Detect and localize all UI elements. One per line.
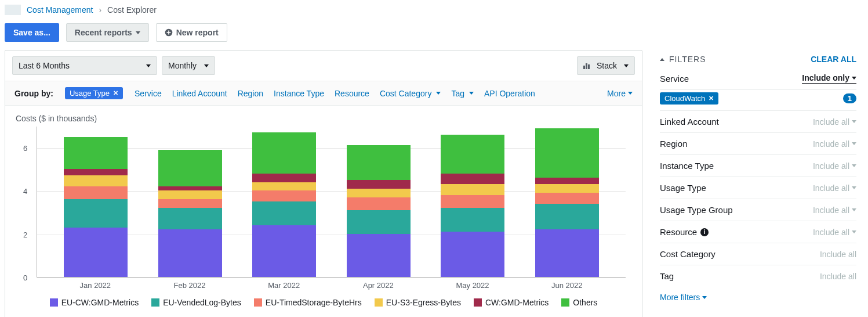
group-by-active-tag[interactable]: Usage Type ✕ (65, 87, 123, 99)
chart-type-select[interactable]: Stack (577, 56, 635, 75)
filter-value[interactable]: Include only (802, 73, 856, 84)
bar-chart-icon (583, 62, 590, 69)
legend-label: EU-TimedStorage-ByteHrs (266, 298, 362, 307)
x-axis-tick: Jun 2022 (520, 281, 614, 290)
bar-segment (64, 169, 128, 175)
stacked-bar[interactable] (64, 137, 128, 277)
y-axis-tick: 4 (23, 187, 27, 196)
legend-item[interactable]: EU-CW:GMD-Metrics (50, 298, 139, 307)
y-axis-tick: 0 (23, 273, 27, 282)
filter-value[interactable]: Include all (813, 206, 856, 215)
filters-panel: FILTERS CLEAR ALL ServiceInclude onlyClo… (642, 50, 863, 317)
stacked-bar[interactable] (347, 145, 411, 277)
filter-row: RegionInclude all (660, 133, 856, 155)
close-icon[interactable]: ✕ (113, 89, 118, 97)
info-icon[interactable]: i (700, 228, 709, 236)
stacked-bar[interactable] (252, 132, 316, 277)
filter-value[interactable]: Include all (820, 250, 856, 259)
group-by-option[interactable]: Tag (451, 89, 474, 98)
bar-segment (347, 180, 411, 189)
group-by-label: Group by: (14, 89, 53, 98)
chevron-down-icon (702, 296, 707, 299)
filter-name: Region (660, 139, 688, 149)
legend-swatch (50, 298, 58, 307)
filter-value[interactable]: Include all (820, 272, 856, 281)
legend-swatch (375, 298, 383, 307)
close-icon[interactable]: ✕ (709, 95, 714, 102)
bar-segment (64, 137, 128, 170)
legend-swatch (561, 298, 569, 307)
group-by-option[interactable]: Resource (335, 89, 369, 98)
new-report-button[interactable]: New report (156, 23, 227, 42)
legend-item[interactable]: CW:GMD-Metrics (474, 298, 549, 307)
chart-type-value: Stack (597, 61, 617, 70)
bar-segment (441, 232, 504, 277)
granularity-select[interactable]: Monthly (162, 56, 215, 75)
legend-label: CW:GMD-Metrics (485, 298, 549, 307)
recent-reports-label: Recent reports (75, 28, 132, 37)
group-by-option[interactable]: Service (135, 89, 162, 98)
chevron-down-icon (852, 208, 856, 211)
filter-count-badge: 1 (843, 93, 856, 103)
filter-name: Resourcei (660, 227, 709, 237)
bar-segment (347, 197, 411, 210)
bar-segment (347, 210, 411, 234)
chevron-down-icon (852, 164, 856, 167)
filter-name: Service (660, 74, 689, 84)
bar-segment (158, 150, 222, 186)
filter-value[interactable]: Include all (813, 117, 856, 127)
bar-segment (441, 135, 504, 174)
group-by-more[interactable]: More (607, 89, 633, 98)
bar-segment (535, 184, 599, 193)
date-range-select[interactable]: Last 6 Months (12, 56, 157, 75)
group-by-option[interactable]: Cost Category (380, 89, 441, 98)
stacked-bar[interactable] (441, 135, 504, 277)
group-by-option[interactable]: Instance Type (274, 89, 324, 98)
new-report-label: New report (176, 28, 219, 37)
bar-segment (535, 178, 599, 184)
bar-segment (64, 175, 128, 186)
group-by-option[interactable]: API Operation (484, 89, 535, 98)
legend-item[interactable]: EU-S3-Egress-Bytes (375, 298, 461, 307)
bar-segment (441, 174, 504, 185)
filters-header: FILTERS CLEAR ALL (660, 55, 856, 67)
filter-value[interactable]: Include all (813, 161, 856, 171)
recent-reports-button[interactable]: Recent reports (66, 23, 149, 42)
group-by-option[interactable]: Region (238, 89, 263, 98)
clear-all-button[interactable]: CLEAR ALL (811, 55, 856, 64)
bar-segment (252, 201, 316, 225)
breadcrumb: Cost Management › Cost Explorer (0, 0, 868, 20)
stacked-bar[interactable] (158, 150, 222, 277)
group-by-more-label: More (607, 89, 626, 98)
filter-value[interactable]: Include all (813, 228, 856, 237)
breadcrumb-parent[interactable]: Cost Management (27, 5, 93, 15)
filters-title[interactable]: FILTERS (660, 55, 706, 64)
filter-row: Usage Type GroupInclude all (660, 199, 856, 221)
granularity-value: Monthly (168, 61, 197, 70)
filter-name: Usage Type (660, 183, 706, 193)
x-axis-tick: Mar 2022 (237, 281, 331, 290)
legend-item[interactable]: EU-TimedStorage-ByteHrs (254, 298, 362, 307)
filter-name: Instance Type (660, 161, 714, 171)
bar-segment (158, 229, 222, 277)
legend-item[interactable]: Others (561, 298, 597, 307)
more-filters-button[interactable]: More filters (660, 287, 707, 302)
bar-segment (347, 145, 411, 179)
date-range-value: Last 6 Months (19, 61, 70, 70)
filter-tag[interactable]: CloudWatch✕ (660, 92, 718, 105)
bar-segment (252, 182, 316, 191)
filter-name: Usage Type Group (660, 205, 733, 215)
stacked-bar[interactable] (535, 128, 599, 277)
legend-item[interactable]: EU-VendedLog-Bytes (151, 298, 241, 307)
group-by-option[interactable]: Linked Account (172, 89, 227, 98)
save-as-button[interactable]: Save as... (5, 23, 59, 42)
chevron-down-icon (852, 230, 856, 233)
chart-legend: EU-CW:GMD-MetricsEU-VendedLog-BytesEU-Ti… (16, 290, 631, 313)
group-by-row: Group by: Usage Type ✕ ServiceLinked Acc… (5, 81, 642, 106)
bar-segment (158, 186, 222, 190)
filter-value[interactable]: Include all (813, 139, 856, 149)
y-axis-tick: 2 (23, 230, 27, 239)
legend-label: EU-VendedLog-Bytes (163, 298, 241, 307)
chevron-down-icon (628, 92, 633, 95)
filter-value[interactable]: Include all (813, 183, 856, 193)
